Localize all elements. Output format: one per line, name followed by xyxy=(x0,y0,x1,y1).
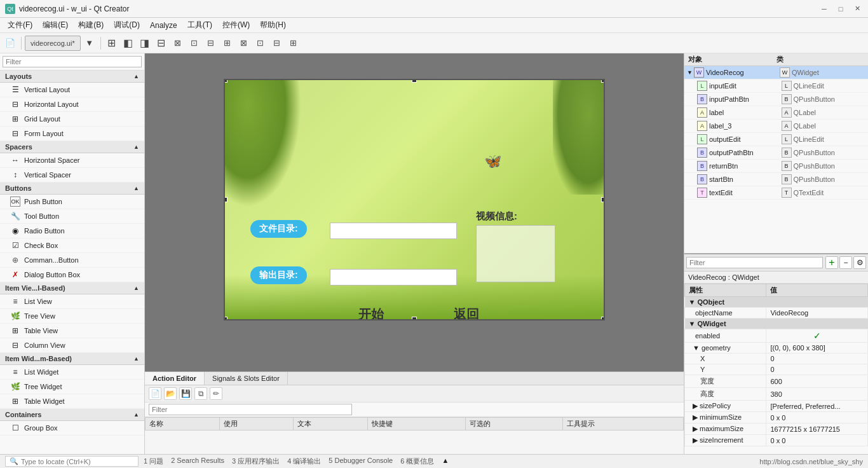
statusbar-search-input[interactable] xyxy=(21,458,116,465)
toolbar-btn-9[interactable]: ⊠ xyxy=(236,36,252,51)
resize-handle-bl[interactable] xyxy=(224,317,227,320)
widget-table-view[interactable]: ⊞ Table View xyxy=(0,324,144,338)
obj-row-startbtn[interactable]: B startBtn B QPushButton xyxy=(684,173,868,186)
category-layouts[interactable]: Layouts ▲ xyxy=(0,71,144,83)
canvas-label-output-dir[interactable]: 输出目录: xyxy=(250,266,307,284)
action-new-btn[interactable]: 📄 xyxy=(149,387,161,400)
widget-horizontal-layout[interactable]: ⊟ Horizontal Layout xyxy=(0,97,144,112)
canvas-input-file-dir[interactable] xyxy=(330,223,457,239)
widget-horizontal-spacer[interactable]: ↔ Horizontal Spacer xyxy=(0,153,144,168)
widget-group-box[interactable]: ☐ Group Box xyxy=(0,421,144,436)
toolbar-btn-2[interactable]: ◧ xyxy=(121,36,136,51)
widget-list-widget[interactable]: ≡ List Widget xyxy=(0,365,144,380)
menu-widgets[interactable]: 控件(W) xyxy=(217,18,255,32)
close-button[interactable]: ✕ xyxy=(851,3,863,15)
resize-handle-tc[interactable] xyxy=(412,79,417,83)
menu-file[interactable]: 文件(F) xyxy=(3,18,37,32)
prop-section-qwidget-expand[interactable]: ▼ xyxy=(689,320,696,327)
prop-val-maxsize[interactable]: 16777215 x 16777215 xyxy=(766,423,868,435)
prop-val-minsize[interactable]: 0 x 0 xyxy=(766,412,868,423)
toolbar-btn-12[interactable]: ⊞ xyxy=(286,36,301,51)
tab-action-editor[interactable]: Action Editor xyxy=(145,372,205,385)
toolbar-btn-10[interactable]: ⊡ xyxy=(253,36,268,51)
action-save-btn[interactable]: 💾 xyxy=(179,387,192,400)
menu-analyze[interactable]: Analyze xyxy=(145,20,182,31)
toolbar-new[interactable]: 📄 xyxy=(3,36,18,51)
toolbar-btn-3[interactable]: ◨ xyxy=(137,36,153,51)
resize-handle-bc[interactable] xyxy=(412,317,417,320)
toolbar-btn-11[interactable]: ⊟ xyxy=(269,36,285,51)
canvas-btn-return[interactable]: 返回 xyxy=(454,306,479,320)
widget-radio-button[interactable]: ◉ Radio Button xyxy=(0,224,144,238)
widget-tree-widget[interactable]: 🌿 Tree Widget xyxy=(0,380,144,394)
resize-handle-tl[interactable] xyxy=(224,79,227,83)
widget-filter-input[interactable] xyxy=(3,56,142,67)
widget-command-button[interactable]: ⊕ Comman...Button xyxy=(0,253,144,268)
tab-file[interactable]: videorecog.ui* xyxy=(25,36,81,51)
prop-expand-sizepolicy[interactable]: ▶ xyxy=(693,402,698,410)
statusbar-arrow-up[interactable]: ▲ xyxy=(442,457,449,466)
toolbar-btn-7[interactable]: ⊟ xyxy=(203,36,219,51)
widget-grid-layout[interactable]: ⊞ Grid Layout xyxy=(0,112,144,127)
action-copy-btn[interactable]: ⧉ xyxy=(194,387,207,400)
canvas-btn-start[interactable]: 开始 xyxy=(358,306,384,320)
widget-tool-button[interactable]: 🔧 Tool Button xyxy=(0,209,144,224)
obj-row-inputedit[interactable]: L inputEdit L QLineEdit xyxy=(684,79,868,93)
obj-row-videorecog[interactable]: ▼ W VideoRecog W QWidget xyxy=(684,66,868,79)
prop-val-x[interactable]: 0 xyxy=(766,354,868,364)
menu-debug[interactable]: 调试(D) xyxy=(109,18,145,32)
widget-push-button[interactable]: OK Push Button xyxy=(0,195,144,209)
toolbar-btn-4[interactable]: ⊟ xyxy=(154,36,169,51)
widget-tree-view[interactable]: 🌿 Tree View xyxy=(0,309,144,324)
toolbar-btn-5[interactable]: ⊠ xyxy=(170,36,186,51)
statusbar-tab-problems[interactable]: 1 问题 xyxy=(144,457,163,466)
maximize-button[interactable]: □ xyxy=(835,3,846,15)
widget-vertical-spacer[interactable]: ↕ Vertical Spacer xyxy=(0,168,144,182)
statusbar-tab-search[interactable]: 2 Search Results xyxy=(171,457,224,466)
menu-help[interactable]: 帮助(H) xyxy=(255,18,291,32)
statusbar-tab-overview[interactable]: 6 概要信息 xyxy=(400,457,434,466)
prop-val-sizeincrement[interactable]: 0 x 0 xyxy=(766,435,868,446)
obj-row-label[interactable]: A label A QLabel xyxy=(684,106,868,120)
category-buttons[interactable]: Buttons ▲ xyxy=(0,182,144,195)
prop-val-sizepolicy[interactable]: [Preferred, Preferred... xyxy=(766,401,868,412)
widget-check-box[interactable]: ☑ Check Box xyxy=(0,238,144,253)
obj-row-inputpathbtn[interactable]: B inputPathBtn B QPushButton xyxy=(684,93,868,106)
category-item-widgets[interactable]: Item Wid...m-Based) ▲ xyxy=(0,353,144,365)
obj-row-textedit[interactable]: T textEdit T QTextEdit xyxy=(684,186,868,200)
menu-edit[interactable]: 编辑(E) xyxy=(37,18,73,32)
resize-handle-ml[interactable] xyxy=(224,197,227,202)
obj-row-outputpathbtn[interactable]: B outputPathBtn B QPushButton xyxy=(684,146,868,160)
action-edit-btn[interactable]: ✏ xyxy=(210,387,222,400)
prop-filter-settings-btn[interactable]: ⚙ xyxy=(853,256,866,269)
category-spacers[interactable]: Spacers ▲ xyxy=(0,141,144,153)
canvas-textarea-video[interactable] xyxy=(476,225,555,282)
prop-val-height[interactable]: 380 xyxy=(766,388,868,401)
menu-tools[interactable]: 工具(T) xyxy=(182,18,217,32)
prop-expand-geometry[interactable]: ▼ xyxy=(693,344,700,352)
widget-form-layout[interactable]: ⊟ Form Layout xyxy=(0,127,144,141)
obj-row-outputedit[interactable]: L outputEdit L QLineEdit xyxy=(684,133,868,146)
prop-expand-sizeincrement[interactable]: ▶ xyxy=(693,436,698,444)
canvas-area[interactable]: 🦋 文件目录: 输出目录: 视频信息: 开始 返 xyxy=(145,53,684,454)
prop-val-enabled[interactable]: ✓ xyxy=(766,329,868,343)
minimize-button[interactable]: ─ xyxy=(818,3,830,15)
obj-row-label3[interactable]: A label_3 A QLabel xyxy=(684,120,868,133)
toolbar-btn-1[interactable]: ⊞ xyxy=(104,36,119,51)
tab-signals-slots-editor[interactable]: Signals & Slots Editor xyxy=(205,372,288,385)
prop-filter-minus-btn[interactable]: − xyxy=(839,256,852,269)
resize-handle-tr[interactable] xyxy=(601,79,605,83)
prop-filter-input[interactable] xyxy=(686,257,823,268)
widget-dialog-button-box[interactable]: ✗ Dialog Button Box xyxy=(0,268,144,282)
menu-build[interactable]: 构建(B) xyxy=(73,18,109,32)
obj-row-returnbtn[interactable]: B returnBtn B QPushButton xyxy=(684,160,868,173)
obj-expand-videorecog[interactable]: ▼ xyxy=(687,69,693,76)
action-open-btn[interactable]: 📂 xyxy=(164,387,177,400)
prop-section-qobject-expand[interactable]: ▼ xyxy=(689,298,696,306)
prop-val-width[interactable]: 600 xyxy=(766,375,868,388)
action-filter-input[interactable] xyxy=(149,404,352,415)
canvas-label-file-dir[interactable]: 文件目录: xyxy=(250,220,307,238)
prop-val-geometry[interactable]: [(0, 0), 600 x 380] xyxy=(766,343,868,354)
category-item-views[interactable]: Item Vie...l-Based) ▲ xyxy=(0,282,144,294)
toolbar-btn-6[interactable]: ⊡ xyxy=(187,36,202,51)
